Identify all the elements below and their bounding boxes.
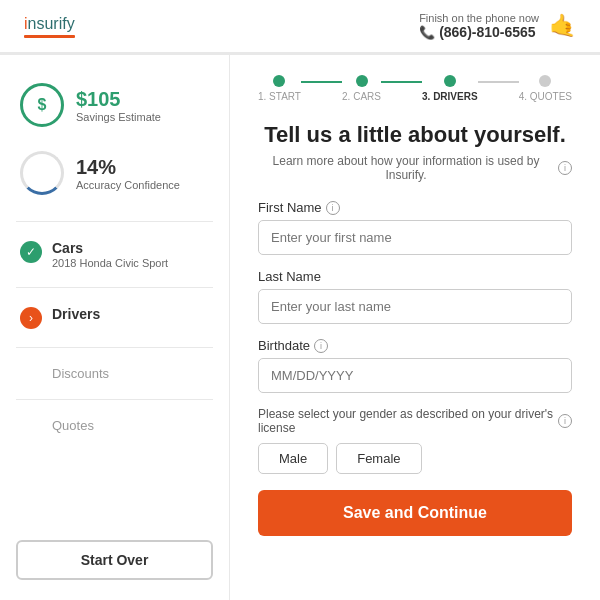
logo-underline (24, 35, 75, 38)
sidebar-divider-2 (16, 287, 213, 288)
savings-info: $105 Savings Estimate (76, 88, 161, 123)
gender-info-icon[interactable]: i (558, 414, 572, 428)
app-container: i nsurify Finish on the phone now 📞 (866… (0, 0, 600, 600)
birthdate-group: Birthdate i (258, 338, 572, 393)
gender-label: Please select your gender as described o… (258, 407, 572, 435)
gender-section: Please select your gender as described o… (258, 407, 572, 474)
sidebar-item-drivers[interactable]: › Drivers (16, 298, 213, 337)
cars-check-icon: ✓ (20, 241, 42, 263)
last-name-input[interactable] (258, 289, 572, 324)
phone-icon: 📞 (419, 25, 435, 40)
header: i nsurify Finish on the phone now 📞 (866… (0, 0, 600, 55)
subtitle-info-icon[interactable]: i (558, 161, 572, 175)
first-name-label: First Name i (258, 200, 572, 215)
connector-3 (478, 81, 519, 83)
step-label-drivers: 3. DRIVERS (422, 91, 478, 102)
step-dot-cars (356, 75, 368, 87)
sidebar-item-cars[interactable]: ✓ Cars 2018 Honda Civic Sport (16, 232, 213, 277)
step-drivers: 3. DRIVERS (422, 75, 478, 102)
step-quotes: 4. QUOTES (519, 75, 572, 102)
start-over-button[interactable]: Start Over (16, 540, 213, 580)
accuracy-percent: 14% (76, 156, 180, 179)
cars-subtitle: 2018 Honda Civic Sport (52, 257, 168, 269)
form-title: Tell us a little about yourself. (258, 122, 572, 148)
save-continue-button[interactable]: Save and Continue (258, 490, 572, 536)
step-dot-start (273, 75, 285, 87)
last-name-label: Last Name (258, 269, 572, 284)
gender-female-button[interactable]: Female (336, 443, 421, 474)
drivers-content: Drivers (52, 306, 100, 322)
sidebar-divider-1 (16, 221, 213, 222)
sidebar-item-quotes[interactable]: Quotes (16, 410, 213, 441)
drivers-arrow-icon: › (20, 307, 42, 329)
step-dot-drivers (444, 75, 456, 87)
finish-label: Finish on the phone now (419, 12, 539, 24)
step-label-cars: 2. CARS (342, 91, 381, 102)
birthdate-label: Birthdate i (258, 338, 572, 353)
connector-2 (381, 81, 422, 83)
logo: i nsurify (24, 15, 75, 38)
phone-text: (866)-810-6565 (439, 24, 536, 40)
sidebar-item-discounts[interactable]: Discounts (16, 358, 213, 389)
savings-card: $ $105 Savings Estimate (16, 75, 213, 135)
sidebar: $ $105 Savings Estimate 14% Accuracy Con… (0, 55, 230, 600)
step-cars: 2. CARS (342, 75, 381, 102)
savings-circle: $ (20, 83, 64, 127)
subtitle-text: Learn more about how your information is… (258, 154, 554, 182)
step-label-quotes: 4. QUOTES (519, 91, 572, 102)
sidebar-divider-4 (16, 399, 213, 400)
phone-number[interactable]: 📞 (866)-810-6565 (419, 24, 539, 40)
savings-symbol: $ (38, 96, 47, 114)
logo-rest: nsurify (28, 15, 75, 33)
connector-1 (301, 81, 342, 83)
step-label-start: 1. START (258, 91, 301, 102)
form-area: 1. START 2. CARS 3. DRIVERS 4. QUOTES (230, 55, 600, 600)
accuracy-card: 14% Accuracy Confidence (16, 143, 213, 203)
birthdate-input[interactable] (258, 358, 572, 393)
first-name-group: First Name i (258, 200, 572, 255)
first-name-input[interactable] (258, 220, 572, 255)
birthdate-info-icon[interactable]: i (314, 339, 328, 353)
cars-title: Cars (52, 240, 168, 256)
first-name-info-icon[interactable]: i (326, 201, 340, 215)
savings-label: Savings Estimate (76, 111, 161, 123)
hand-icon: 🤙 (549, 13, 576, 39)
header-right: Finish on the phone now 📞 (866)-810-6565… (419, 12, 576, 40)
accuracy-info: 14% Accuracy Confidence (76, 156, 180, 191)
gender-buttons: Male Female (258, 443, 572, 474)
drivers-title: Drivers (52, 306, 100, 322)
progress-steps: 1. START 2. CARS 3. DRIVERS 4. QUOTES (258, 75, 572, 102)
sidebar-divider-3 (16, 347, 213, 348)
savings-amount: $105 (76, 88, 161, 111)
last-name-group: Last Name (258, 269, 572, 324)
step-dot-quotes (539, 75, 551, 87)
cars-content: Cars 2018 Honda Civic Sport (52, 240, 168, 269)
form-subtitle: Learn more about how your information is… (258, 154, 572, 182)
finish-phone: Finish on the phone now 📞 (866)-810-6565 (419, 12, 539, 40)
accuracy-label: Accuracy Confidence (76, 179, 180, 191)
accuracy-circle (20, 151, 64, 195)
gender-male-button[interactable]: Male (258, 443, 328, 474)
main-content: $ $105 Savings Estimate 14% Accuracy Con… (0, 55, 600, 600)
step-start: 1. START (258, 75, 301, 102)
